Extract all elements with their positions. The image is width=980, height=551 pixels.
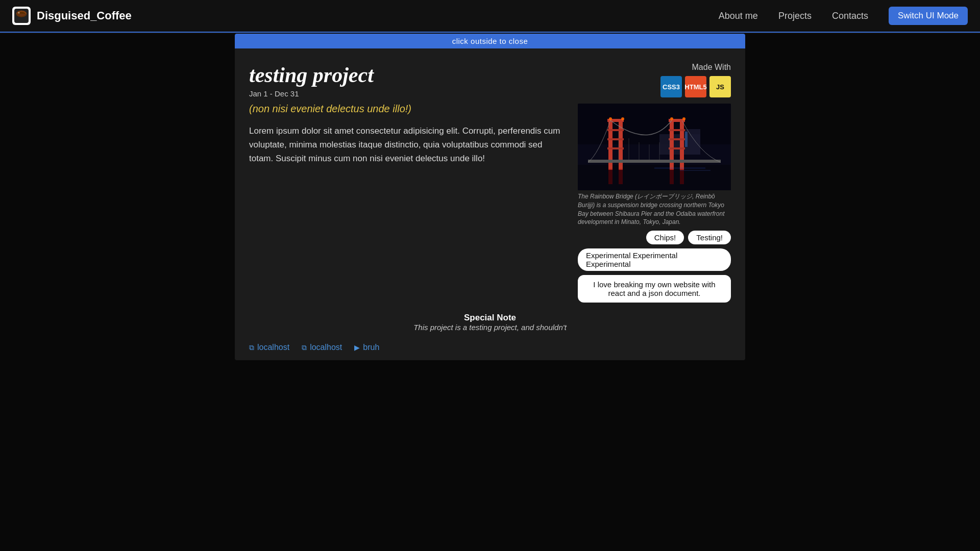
modal-right: Made With CSS3 HTML5 JS [578,63,731,303]
svg-rect-34 [670,169,674,184]
external-link-icon-1: ⧉ [249,343,254,352]
tag-love: I love breaking my own website with reac… [578,275,731,303]
modal-close-bar[interactable]: click outside to close [235,34,745,48]
footer-link-1[interactable]: ⧉ localhost [249,343,289,352]
project-image [578,104,731,190]
html5-badge: HTML5 [685,76,706,97]
js-badge: JS [709,76,731,97]
nav-contacts[interactable]: Contacts [832,11,868,21]
project-image-container: The Rainbow Bridge (レインボーブリッジ, Reinbō Bu… [578,104,731,227]
svg-rect-32 [608,169,612,184]
project-title: testing project [249,63,566,87]
svg-rect-14 [607,147,624,149]
svg-rect-18 [669,129,685,131]
svg-rect-13 [607,138,624,140]
svg-rect-12 [607,129,624,131]
svg-rect-21 [588,160,721,163]
project-dates: Jan 1 - Dec 31 [249,89,566,98]
nav-links: About me Projects Contacts Switch UI Mod… [719,7,968,25]
tag-chips: Chips! [646,231,684,244]
tag-experimental: Experimental Experimental Experimental [578,248,731,271]
made-with-label: Made With [578,63,731,72]
modal: click outside to close testing project J… [235,34,745,360]
svg-rect-33 [619,169,623,184]
svg-point-30 [670,117,673,120]
svg-rect-37 [654,167,705,169]
svg-rect-19 [669,138,685,140]
footer-link-2[interactable]: ⧉ localhost [302,343,342,352]
brand-name: Disguised_Coffee [37,9,132,22]
svg-rect-35 [680,169,684,184]
svg-point-31 [682,117,685,120]
tags-row-2: Experimental Experimental Experimental [578,248,731,271]
special-note-title: Special Note [249,313,731,323]
svg-point-28 [609,117,612,120]
play-icon: ▶ [354,343,360,352]
modal-body: testing project Jan 1 - Dec 31 (non nisi… [235,48,745,313]
footer-link-1-label: localhost [257,343,289,352]
modal-footer: ⧉ localhost ⧉ localhost ▶ bruh [235,340,745,360]
tags-row-1: Chips! Testing! [578,231,731,244]
tag-testing: Testing! [688,231,731,244]
special-note-section: Special Note This project is a testing p… [235,313,745,340]
footer-link-3-label: bruh [363,343,379,352]
svg-point-3 [18,12,20,14]
nav-projects[interactable]: Projects [778,11,812,21]
tags-row-3: I love breaking my own website with reac… [578,275,731,303]
nav-logo [12,7,31,25]
footer-link-3[interactable]: ▶ bruh [354,343,379,352]
svg-rect-36 [685,132,688,147]
image-caption: The Rainbow Bridge (レインボーブリッジ, Reinbō Bu… [578,192,731,227]
external-link-icon-2: ⧉ [302,343,307,352]
svg-rect-38 [680,170,710,171]
nav-about-me[interactable]: About me [719,11,758,21]
modal-overlay[interactable]: click outside to close testing project J… [0,34,980,551]
special-note-text: This project is a testing project, and s… [249,323,731,332]
footer-link-2-label: localhost [310,343,342,352]
svg-rect-20 [669,147,685,149]
css3-badge: CSS3 [660,76,682,97]
project-description: Lorem ipsum dolor sit amet consectetur a… [249,124,566,166]
project-tagline: (non nisi eveniet delectus unde illo!) [249,103,566,115]
navbar: Disguised_Coffee About me Projects Conta… [0,0,980,33]
tech-badges: CSS3 HTML5 JS [578,76,731,97]
switch-ui-button[interactable]: Switch UI Mode [889,7,968,25]
nav-brand: Disguised_Coffee [12,7,132,25]
modal-left: testing project Jan 1 - Dec 31 (non nisi… [249,63,566,303]
svg-point-29 [621,117,624,120]
